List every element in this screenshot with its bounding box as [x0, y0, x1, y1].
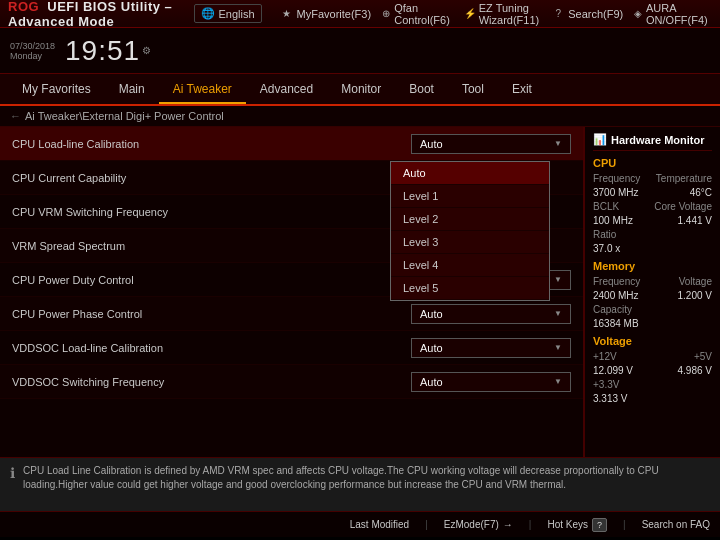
info-bar: ℹ CPU Load Line Calibration is defined b… [0, 457, 720, 511]
search-faq-button[interactable]: Search on FAQ [642, 519, 710, 530]
nav-monitor[interactable]: Monitor [327, 76, 395, 104]
hw-mem-freq-label-row: Frequency Voltage [593, 276, 712, 287]
bottom-bar: Last Modified | EzMode(F7) → | Hot Keys … [0, 511, 720, 537]
nav-tool[interactable]: Tool [448, 76, 498, 104]
dropdown-option-level2[interactable]: Level 2 [391, 208, 549, 231]
dropdown-option-level3[interactable]: Level 3 [391, 231, 549, 254]
vddsoc-switching-value: Auto ▼ [391, 372, 571, 392]
hw-33v-value: 3.313 V [593, 393, 627, 404]
nav-favorites[interactable]: My Favorites [8, 76, 105, 104]
ezmode-button[interactable]: EzMode(F7) → [444, 519, 513, 530]
eztuning-button[interactable]: ⚡ EZ Tuning Wizard(F11) [464, 2, 542, 26]
hw-mem-cap-value: 16384 MB [593, 318, 639, 329]
vddsoc-load-label: VDDSOC Load-line Calibration [12, 342, 391, 354]
info-text: CPU Load Line Calibration is defined by … [23, 464, 710, 492]
hotkeys-button[interactable]: Hot Keys ? [547, 518, 607, 532]
hw-ratio-label: Ratio [593, 229, 616, 240]
separator-3: | [623, 519, 626, 530]
hw-12v-value: 12.099 V [593, 365, 633, 376]
chevron-down-icon-2: ▼ [554, 275, 562, 284]
hw-5v-label: +5V [694, 351, 712, 362]
globe-icon: 🌐 [201, 7, 215, 20]
dropdown-option-level1[interactable]: Level 1 [391, 185, 549, 208]
nav-boot[interactable]: Boot [395, 76, 448, 104]
hw-cpu-freq-label: Frequency [593, 173, 640, 184]
nav-advanced[interactable]: Advanced [246, 76, 327, 104]
settings-list: CPU Load-line Calibration Auto ▼ Auto Le… [0, 127, 583, 399]
last-modified-button[interactable]: Last Modified [350, 519, 409, 530]
ezmode-arrow-icon: → [503, 519, 513, 530]
hw-bclk-value: 100 MHz [593, 215, 633, 226]
top-bar: ROG UEFI BIOS Utility – Advanced Mode 🌐 … [0, 0, 720, 28]
monitor-icon: 📊 [593, 133, 607, 146]
qfan-icon: ⊕ [381, 7, 391, 21]
aura-button[interactable]: ◈ AURA ON/OFF(F4) [633, 2, 712, 26]
vddsoc-load-value: Auto ▼ [391, 338, 571, 358]
chevron-down-icon-4: ▼ [554, 343, 562, 352]
top-bar-tools: 🌐 English ★ MyFavorite(F3) ⊕ Qfan Contro… [194, 2, 712, 26]
dropdown-option-level4[interactable]: Level 4 [391, 254, 549, 277]
hw-cpu-freq-value: 3700 MHz [593, 187, 639, 198]
hw-cpu-freq-row: Frequency Temperature [593, 173, 712, 184]
right-panel: 📊 Hardware Monitor CPU Frequency Tempera… [584, 127, 720, 457]
hw-cpu-temp-label: Temperature [656, 173, 712, 184]
star-icon: ★ [280, 7, 294, 21]
hw-mem-freq-label: Frequency [593, 276, 640, 287]
bolt-icon: ⚡ [464, 7, 476, 21]
time-display: 19:51 [65, 35, 140, 67]
cpu-power-phase-label: CPU Power Phase Control [12, 308, 391, 320]
hotkeys-key: ? [592, 518, 607, 532]
hw-monitor-title: 📊 Hardware Monitor [593, 133, 712, 151]
setting-row-cpu-power-phase[interactable]: CPU Power Phase Control Auto ▼ [0, 297, 583, 331]
hw-mem-volt-value: 1.200 V [678, 290, 712, 301]
datetime-bar: 07/30/2018 Monday 19:51 ⚙ [0, 28, 720, 74]
dropdown-option-level5[interactable]: Level 5 [391, 277, 549, 300]
nav-exit[interactable]: Exit [498, 76, 546, 104]
hw-5v-value: 4.986 V [678, 365, 712, 376]
vddsoc-load-dropdown[interactable]: Auto ▼ [411, 338, 571, 358]
nav-main[interactable]: Main [105, 76, 159, 104]
hw-volt-33-label-row: +3.3V [593, 379, 712, 390]
hw-cpu-section: CPU [593, 157, 712, 169]
myfavorites-button[interactable]: ★ MyFavorite(F3) [280, 7, 372, 21]
language-button[interactable]: 🌐 English [194, 4, 261, 23]
hw-mem-freq-val-row: 2400 MHz 1.200 V [593, 290, 712, 301]
datetime-info: 07/30/2018 Monday [10, 41, 55, 61]
hw-corevolt-value: 1.441 V [678, 215, 712, 226]
cpu-load-line-label: CPU Load-line Calibration [12, 138, 391, 150]
search-button[interactable]: ? Search(F9) [551, 7, 623, 21]
hw-cpu-temp-value: 46°C [690, 187, 712, 198]
hw-volt-12-val-row: 12.099 V 4.986 V [593, 365, 712, 376]
nav-aitweaker[interactable]: Ai Tweaker [159, 76, 246, 104]
hw-corevolt-label: Core Voltage [654, 201, 712, 212]
cpu-load-line-dropdown-menu[interactable]: Auto Level 1 Level 2 Level 3 Level 4 Lev… [390, 161, 550, 301]
breadcrumb-path: Ai Tweaker\External Digi+ Power Control [25, 110, 224, 122]
separator-2: | [529, 519, 532, 530]
breadcrumb: ← Ai Tweaker\External Digi+ Power Contro… [0, 106, 720, 127]
qfan-button[interactable]: ⊕ Qfan Control(F6) [381, 2, 454, 26]
cpu-power-phase-dropdown[interactable]: Auto ▼ [411, 304, 571, 324]
hw-33v-label: +3.3V [593, 379, 619, 390]
chevron-down-icon: ▼ [554, 139, 562, 148]
question-icon: ? [551, 7, 565, 21]
hw-cpu-ratio-val-row: 37.0 x [593, 243, 712, 254]
hw-cpu-bclk-val-row: 100 MHz 1.441 V [593, 215, 712, 226]
aura-icon: ◈ [633, 7, 643, 21]
chevron-down-icon-5: ▼ [554, 377, 562, 386]
setting-row-vddsoc-switching[interactable]: VDDSOC Switching Frequency Auto ▼ [0, 365, 583, 399]
hw-ratio-value: 37.0 x [593, 243, 620, 254]
rog-icon: ROG [8, 0, 39, 14]
info-icon: ℹ [10, 465, 15, 481]
setting-row-vddsoc-load[interactable]: VDDSOC Load-line Calibration Auto ▼ [0, 331, 583, 365]
hw-memory-section: Memory [593, 260, 712, 272]
cpu-vrm-label: CPU VRM Switching Frequency [12, 206, 391, 218]
cpu-load-line-dropdown[interactable]: Auto ▼ [411, 134, 571, 154]
vddsoc-switching-dropdown[interactable]: Auto ▼ [411, 372, 571, 392]
settings-gear-icon[interactable]: ⚙ [142, 45, 151, 56]
hw-bclk-label: BCLK [593, 201, 619, 212]
cpu-current-label: CPU Current Capability [12, 172, 391, 184]
back-arrow[interactable]: ← [10, 110, 21, 122]
main-layout: CPU Load-line Calibration Auto ▼ Auto Le… [0, 127, 720, 457]
setting-row-cpu-load-line[interactable]: CPU Load-line Calibration Auto ▼ [0, 127, 583, 161]
dropdown-option-auto[interactable]: Auto [391, 162, 549, 185]
